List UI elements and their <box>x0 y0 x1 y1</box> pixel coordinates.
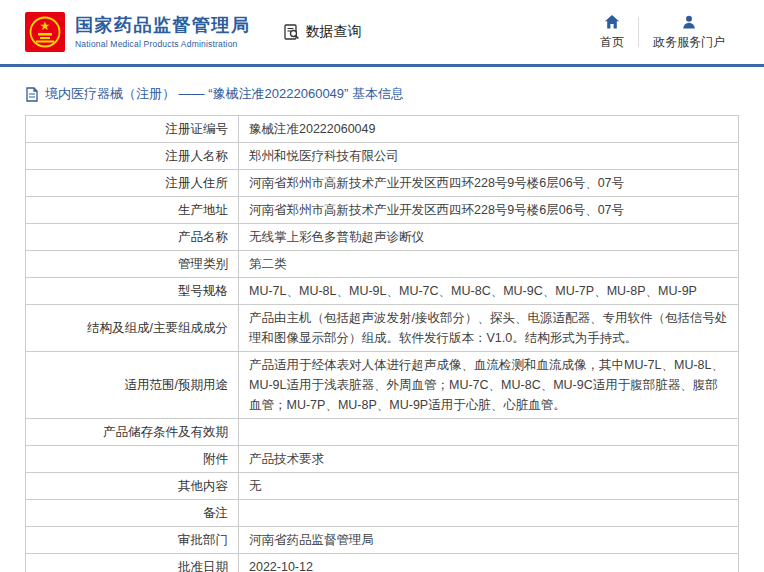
row-label: 其他内容 <box>26 473 239 500</box>
breadcrumb: 境内医疗器械（注册） —— “豫械注准20222060049” 基本信息 <box>25 85 739 103</box>
row-value: 郑州和悦医疗科技有限公司 <box>239 143 739 170</box>
info-table: 注册证编号豫械注准20222060049注册人名称郑州和悦医疗科技有限公司注册人… <box>25 115 739 572</box>
table-row: 生产地址河南省郑州市高新技术产业开发区西四环228号9号楼6层06号、07号 <box>26 197 739 224</box>
table-row: 管理类别第二类 <box>26 251 739 278</box>
breadcrumb-text: 境内医疗器械（注册） —— “豫械注准20222060049” 基本信息 <box>45 85 404 103</box>
data-query-icon <box>283 23 301 41</box>
table-row: 注册人住所河南省郑州市高新技术产业开发区西四环228号9号楼6层06号、07号 <box>26 170 739 197</box>
row-value: 产品由主机（包括超声波发射/接收部分）、探头、电源适配器、专用软件（包括信号处理… <box>239 305 739 352</box>
row-value: 河南省药品监督管理局 <box>239 527 739 554</box>
row-label: 附件 <box>26 446 239 473</box>
row-label: 注册人住所 <box>26 170 239 197</box>
row-value <box>239 419 739 446</box>
row-label: 结构及组成/主要组成成分 <box>26 305 239 352</box>
row-label: 产品储存条件及有效期 <box>26 419 239 446</box>
table-row: 备注 <box>26 500 739 527</box>
site-title: 国家药品监督管理局 <box>75 15 251 37</box>
row-value: 河南省郑州市高新技术产业开发区西四环228号9号楼6层06号、07号 <box>239 170 739 197</box>
row-value: 豫械注准20222060049 <box>239 116 739 143</box>
svg-text:★: ★ <box>40 19 51 33</box>
table-row: 注册证编号豫械注准20222060049 <box>26 116 739 143</box>
table-row: 审批部门河南省药品监督管理局 <box>26 527 739 554</box>
header: ★ 国家药品监督管理局 National Medical Products Ad… <box>0 0 764 64</box>
row-label: 生产地址 <box>26 197 239 224</box>
row-label: 备注 <box>26 500 239 527</box>
document-icon <box>25 87 39 102</box>
row-value: 无 <box>239 473 739 500</box>
row-value: MU-7L、MU-8L、MU-9L、MU-7C、MU-8C、MU-9C、MU-7… <box>239 278 739 305</box>
national-emblem-logo: ★ <box>25 12 65 52</box>
table-row: 附件产品技术要求 <box>26 446 739 473</box>
nav-home-label: 首页 <box>600 34 624 51</box>
info-table-body: 注册证编号豫械注准20222060049注册人名称郑州和悦医疗科技有限公司注册人… <box>26 116 739 572</box>
table-row: 结构及组成/主要组成成分产品由主机（包括超声波发射/接收部分）、探头、电源适配器… <box>26 305 739 352</box>
top-nav: 首页 政务服务门户 <box>586 14 739 51</box>
row-value: 河南省郑州市高新技术产业开发区西四环228号9号楼6层06号、07号 <box>239 197 739 224</box>
row-value: 第二类 <box>239 251 739 278</box>
row-value: 2022-10-12 <box>239 554 739 572</box>
table-row: 适用范围/预期用途产品适用于经体表对人体进行超声成像、血流检测和血流成像，其中M… <box>26 352 739 419</box>
user-icon <box>681 14 697 30</box>
table-row: 产品名称无线掌上彩色多普勒超声诊断仪 <box>26 224 739 251</box>
table-row: 注册人名称郑州和悦医疗科技有限公司 <box>26 143 739 170</box>
site-subtitle: National Medical Products Administration <box>75 39 251 49</box>
table-row: 其他内容无 <box>26 473 739 500</box>
row-label: 审批部门 <box>26 527 239 554</box>
row-label: 批准日期 <box>26 554 239 572</box>
row-label: 注册证编号 <box>26 116 239 143</box>
table-row: 批准日期2022-10-12 <box>26 554 739 572</box>
row-label: 管理类别 <box>26 251 239 278</box>
row-label: 注册人名称 <box>26 143 239 170</box>
row-label: 产品名称 <box>26 224 239 251</box>
row-value: 无线掌上彩色多普勒超声诊断仪 <box>239 224 739 251</box>
table-row: 产品储存条件及有效期 <box>26 419 739 446</box>
home-icon <box>604 14 620 30</box>
row-value: 产品技术要求 <box>239 446 739 473</box>
header-divider <box>0 64 764 67</box>
nav-portal-label: 政务服务门户 <box>653 34 725 51</box>
brand: 国家药品监督管理局 National Medical Products Admi… <box>75 15 251 50</box>
nav-portal[interactable]: 政务服务门户 <box>639 14 739 51</box>
data-query-nav[interactable]: 数据查询 <box>283 23 362 41</box>
nav-home[interactable]: 首页 <box>586 14 638 51</box>
row-value: 产品适用于经体表对人体进行超声成像、血流检测和血流成像，其中MU-7L、MU-8… <box>239 352 739 419</box>
row-label: 适用范围/预期用途 <box>26 352 239 419</box>
data-query-label: 数据查询 <box>306 23 362 41</box>
row-value <box>239 500 739 527</box>
row-label: 型号规格 <box>26 278 239 305</box>
table-row: 型号规格MU-7L、MU-8L、MU-9L、MU-7C、MU-8C、MU-9C、… <box>26 278 739 305</box>
